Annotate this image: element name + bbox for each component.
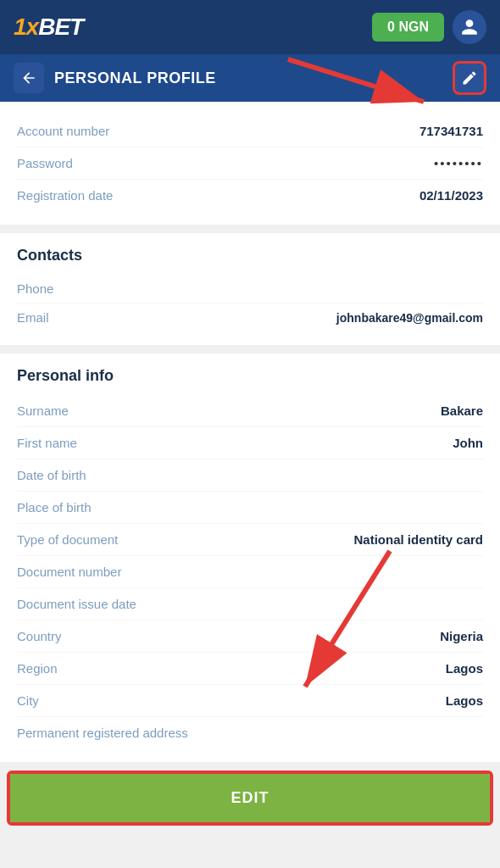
header-right: 0 NGN	[372, 10, 486, 44]
password-value: ••••••••	[434, 156, 483, 170]
dob-row: Date of birth	[17, 459, 483, 492]
phone-row: Phone	[17, 275, 483, 303]
address-row: Permanent registered address	[17, 717, 483, 748]
surname-value: Bakare	[441, 403, 483, 418]
country-row: Country Nigeria	[17, 620, 483, 653]
doc-number-label: Document number	[17, 565, 121, 579]
surname-row: Surname Bakare	[17, 395, 483, 427]
edit-button-container: EDIT	[7, 771, 493, 826]
doc-number-row: Document number	[17, 556, 483, 588]
balance-button[interactable]: 0 NGN	[372, 13, 444, 42]
app-header: 1xBET 0 NGN	[0, 0, 500, 54]
firstname-row: First name John	[17, 427, 483, 459]
region-label: Region	[17, 661, 58, 676]
registration-date-label: Registration date	[17, 188, 113, 203]
pob-label: Place of birth	[17, 500, 92, 515]
surname-label: Surname	[17, 403, 69, 418]
password-label: Password	[17, 156, 73, 170]
edit-button[interactable]: EDIT	[10, 774, 490, 822]
email-row: Email johnbakare49@gmail.com	[17, 303, 483, 331]
region-row: Region Lagos	[17, 653, 483, 685]
doc-type-label: Type of document	[17, 532, 118, 547]
registration-date-value: 02/11/2023	[419, 188, 483, 203]
back-button[interactable]	[14, 63, 44, 93]
personal-info-card: Personal info Surname Bakare First name …	[0, 353, 500, 762]
edit-profile-icon-button[interactable]	[453, 61, 486, 95]
city-value: Lagos	[446, 693, 483, 708]
phone-label: Phone	[17, 281, 53, 296]
doc-issue-row: Document issue date	[17, 588, 483, 620]
account-number-value: 717341731	[419, 124, 483, 138]
pencil-icon	[461, 70, 478, 86]
doc-type-row: Type of document National identity card	[17, 524, 483, 556]
country-label: Country	[17, 629, 62, 643]
personal-info-title: Personal info	[17, 367, 483, 385]
address-label: Permanent registered address	[17, 726, 188, 740]
registration-date-row: Registration date 02/11/2023	[17, 180, 483, 211]
doc-type-value: National identity card	[353, 532, 483, 547]
email-value: johnbakare49@gmail.com	[336, 311, 483, 325]
content: Account number 717341731 Password ••••••…	[0, 102, 500, 826]
profile-icon-button[interactable]	[453, 10, 486, 44]
sub-header: PERSONAL PROFILE	[0, 54, 500, 102]
city-row: City Lagos	[17, 685, 483, 717]
doc-issue-label: Document issue date	[17, 597, 136, 611]
firstname-value: John	[453, 436, 483, 450]
account-number-row: Account number 717341731	[17, 115, 483, 147]
sub-header-left: PERSONAL PROFILE	[14, 63, 216, 93]
logo-text: 1xBET	[14, 14, 83, 41]
firstname-label: First name	[17, 436, 77, 450]
account-card: Account number 717341731 Password ••••••…	[0, 102, 500, 225]
email-label: Email	[17, 310, 49, 325]
logo: 1xBET	[14, 14, 83, 41]
dob-label: Date of birth	[17, 468, 86, 482]
contacts-title: Contacts	[17, 247, 483, 264]
region-value: Lagos	[446, 661, 483, 676]
contacts-card: Contacts Phone Email johnbakare49@gmail.…	[0, 233, 500, 345]
pob-row: Place of birth	[17, 492, 483, 524]
account-number-label: Account number	[17, 124, 109, 138]
person-icon	[460, 18, 479, 36]
password-row: Password ••••••••	[17, 147, 483, 180]
back-arrow-icon	[20, 70, 37, 86]
city-label: City	[17, 693, 39, 708]
page-title: PERSONAL PROFILE	[54, 70, 216, 87]
country-value: Nigeria	[440, 629, 483, 643]
